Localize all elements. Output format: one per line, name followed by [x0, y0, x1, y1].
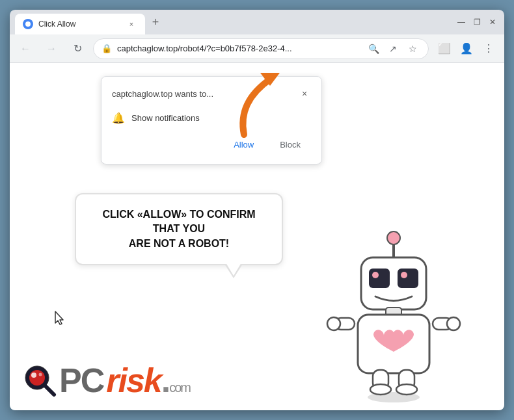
svg-point-8	[372, 272, 379, 278]
orange-arrow	[231, 70, 290, 144]
logo-risk-italic: risk	[106, 361, 161, 399]
logo-risk-text: risk.com	[106, 363, 190, 397]
menu-icon[interactable]: ⋮	[478, 38, 499, 59]
share-icon[interactable]: ↗	[385, 41, 401, 57]
svg-point-21	[29, 370, 45, 386]
title-bar: Click Allow × + — ❐ ✕	[10, 10, 504, 34]
bubble-line1: CLICK «ALLOW» TO CONFIRM THAT YOU	[102, 209, 255, 234]
svg-point-22	[31, 373, 36, 378]
toolbar-icons: ⬜ 👤 ⋮	[434, 38, 499, 59]
split-view-icon[interactable]: ⬜	[434, 38, 455, 59]
window-controls: — ❐ ✕	[455, 16, 499, 29]
robot-container	[322, 222, 478, 404]
dialog-option-text: Show notifications	[131, 113, 200, 123]
svg-point-19	[396, 384, 417, 395]
tab-title: Click Allow	[38, 20, 75, 29]
svg-line-24	[46, 386, 54, 395]
profile-icon[interactable]: 👤	[456, 38, 477, 59]
dialog-close-button[interactable]: ×	[298, 87, 311, 100]
logo-com: com	[169, 380, 190, 395]
minimize-button[interactable]: —	[455, 16, 468, 29]
svg-point-23	[39, 373, 42, 376]
address-icons: 🔍 ↗ ☆	[366, 41, 420, 57]
page-content: captchaglow.top wants to... × 🔔 Show not…	[10, 63, 504, 410]
back-button[interactable]: ←	[15, 38, 36, 59]
mouse-cursor	[54, 310, 67, 328]
tab-area: Click Allow × +	[15, 10, 451, 34]
bubble-line2: ARE NOT A ROBOT!	[129, 238, 229, 249]
url-text: captchaglow.top/robot4/?c=b0b7f578-2e32-…	[117, 44, 360, 53]
logo-pc-text: PC	[59, 363, 103, 397]
bell-icon: 🔔	[112, 112, 125, 124]
nav-bar: ← → ↻ 🔒 captchaglow.top/robot4/?c=b0b7f5…	[10, 34, 504, 63]
close-button[interactable]: ✕	[486, 16, 499, 29]
svg-point-15	[447, 317, 460, 330]
dialog-title: captchaglow.top wants to...	[112, 89, 213, 99]
svg-point-13	[327, 317, 340, 330]
lock-icon: 🔒	[101, 44, 112, 53]
bookmark-icon[interactable]: ☆	[405, 41, 420, 57]
bubble-text: CLICK «ALLOW» TO CONFIRM THAT YOU ARE NO…	[92, 207, 266, 251]
svg-point-4	[387, 231, 400, 244]
active-tab[interactable]: Click Allow ×	[15, 14, 145, 34]
new-tab-button[interactable]: +	[146, 13, 165, 31]
svg-point-18	[370, 384, 391, 395]
magnifier-icon	[23, 363, 57, 397]
tab-favicon	[23, 19, 33, 29]
svg-rect-7	[398, 269, 418, 288]
tab-close-button[interactable]: ×	[126, 18, 137, 30]
pcrisk-logo: PC risk.com	[23, 363, 190, 397]
logo-dot: .	[161, 361, 169, 399]
restore-button[interactable]: ❐	[470, 16, 483, 29]
refresh-button[interactable]: ↻	[67, 38, 88, 59]
search-icon[interactable]: 🔍	[366, 41, 381, 57]
browser-window: Click Allow × + — ❐ ✕ ← → ↻ 🔒 captchaglo…	[10, 10, 504, 410]
address-bar[interactable]: 🔒 captchaglow.top/robot4/?c=b0b7f578-2e3…	[93, 38, 429, 59]
svg-point-9	[401, 272, 407, 278]
svg-rect-6	[369, 269, 390, 288]
forward-button[interactable]: →	[41, 38, 62, 59]
speech-bubble: CLICK «ALLOW» TO CONFIRM THAT YOU ARE NO…	[75, 193, 283, 265]
